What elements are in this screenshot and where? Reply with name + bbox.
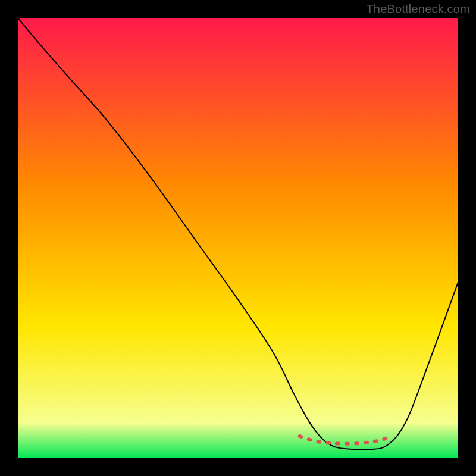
chart-frame: TheBottleneck.com — [0, 0, 476, 476]
gradient-background — [18, 18, 458, 458]
chart-svg — [18, 18, 458, 458]
plot-area — [18, 18, 458, 458]
watermark-text: TheBottleneck.com — [366, 2, 470, 16]
